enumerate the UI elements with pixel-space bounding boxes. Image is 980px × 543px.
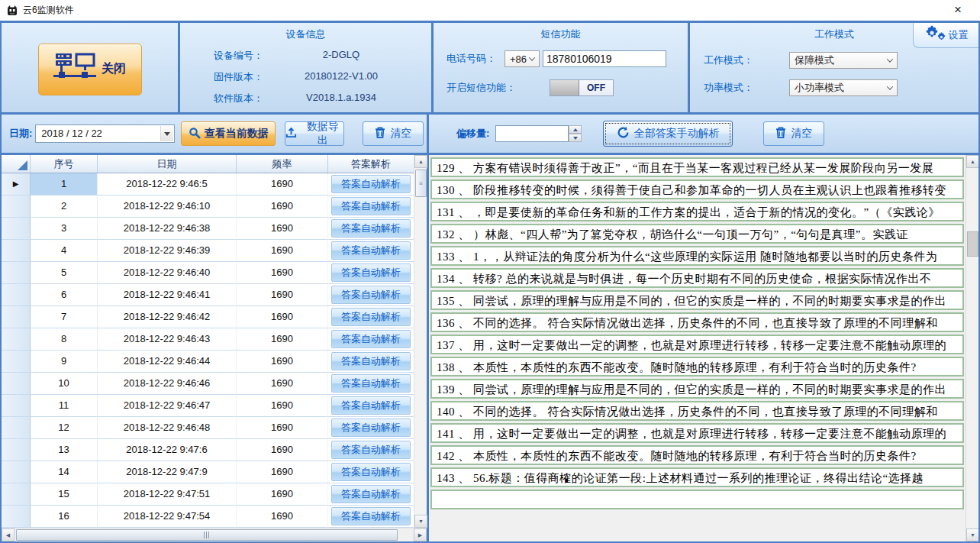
row-selector[interactable] [2, 240, 31, 262]
auto-parse-button[interactable]: 答案自动解析 [331, 175, 411, 193]
cell-freq[interactable]: 1690 [237, 351, 328, 373]
row-selector[interactable] [2, 506, 31, 528]
cell-freq[interactable]: 1690 [237, 306, 328, 328]
cell-date[interactable]: 2018-12-22 9:46:46 [98, 373, 237, 395]
close-icon[interactable]: × [954, 2, 962, 18]
spinner-up-button[interactable] [569, 125, 582, 134]
cell-seq[interactable]: 11 [31, 395, 98, 417]
spinner-down-button[interactable] [569, 134, 582, 142]
cell-date[interactable]: 2018-12-22 9:47:6 [98, 439, 237, 461]
cell-seq[interactable]: 13 [31, 439, 98, 461]
row-selector[interactable] [2, 395, 31, 417]
scrollbar-thumb[interactable] [967, 231, 978, 257]
country-code-select[interactable]: +86 [505, 50, 540, 67]
cell-seq[interactable]: 1 [31, 173, 98, 196]
date-dropdown-button[interactable] [160, 126, 173, 141]
cell-seq[interactable]: 7 [31, 306, 98, 328]
row-selector[interactable] [2, 284, 31, 306]
clear-table-button[interactable]: 清空 [363, 121, 424, 146]
scroll-down-icon[interactable]: ▼ [966, 528, 978, 541]
row-selector[interactable] [2, 328, 31, 351]
scroll-down-icon[interactable]: ▼ [414, 515, 427, 528]
row-selector[interactable] [2, 417, 31, 439]
cell-freq[interactable]: 1690 [237, 173, 328, 196]
cell-seq[interactable]: 8 [31, 328, 98, 351]
auto-parse-button[interactable]: 答案自动解析 [331, 219, 411, 238]
cell-seq[interactable]: 14 [31, 461, 98, 483]
cell-date[interactable]: 2018-12-22 9:46:44 [98, 351, 237, 373]
row-selector[interactable] [2, 262, 31, 284]
toggle-knob[interactable] [550, 80, 579, 95]
cell-seq[interactable]: 6 [31, 284, 98, 306]
cell-date[interactable]: 2018-12-22 9:46:38 [98, 218, 237, 240]
scroll-right-icon[interactable]: ▶ [414, 528, 427, 541]
header-parse[interactable]: 答案解析 [328, 155, 414, 173]
row-selector[interactable] [2, 306, 31, 328]
power-mode-select[interactable]: 小功率模式 [789, 79, 898, 96]
cell-date[interactable]: 2018-12-22 9:47:9 [98, 461, 237, 483]
cell-freq[interactable]: 1690 [237, 395, 328, 417]
title-bar[interactable]: 云6监测软件 × [0, 0, 980, 21]
view-current-data-button[interactable]: 查看当前数据 [181, 121, 276, 146]
work-mode-select[interactable]: 保障模式 [789, 52, 898, 69]
scrollbar-thumb[interactable]: ≡ [415, 170, 427, 197]
row-selector[interactable] [2, 373, 31, 395]
auto-parse-button[interactable]: 答案自动解析 [331, 441, 411, 459]
cell-freq[interactable]: 1690 [237, 483, 328, 506]
cell-freq[interactable]: 1690 [237, 506, 328, 528]
row-selector[interactable] [2, 351, 31, 373]
auto-parse-button[interactable]: 答案自动解析 [331, 308, 411, 326]
cell-date[interactable]: 2018-12-22 9:46:47 [98, 395, 237, 417]
header-seq[interactable]: 序号 [31, 155, 98, 173]
auto-parse-button[interactable]: 答案自动解析 [331, 396, 411, 415]
scroll-up-icon[interactable]: ▲ [414, 155, 427, 168]
cell-freq[interactable]: 1690 [237, 328, 328, 351]
sms-toggle[interactable]: OFF [550, 79, 614, 96]
parse-all-answers-button[interactable]: 全部答案手动解析 [603, 121, 733, 147]
cell-seq[interactable]: 4 [31, 240, 98, 262]
auto-parse-button[interactable]: 答案自动解析 [331, 352, 411, 370]
cell-date[interactable]: 2018-12-22 9:46:39 [98, 240, 237, 262]
offset-input[interactable] [495, 125, 569, 142]
cell-freq[interactable]: 1690 [237, 218, 328, 240]
row-selector[interactable] [2, 439, 31, 461]
cell-date[interactable]: 2018-12-22 9:47:51 [98, 483, 237, 506]
cell-seq[interactable]: 12 [31, 417, 98, 439]
phone-number-input[interactable] [543, 50, 666, 67]
header-freq[interactable]: 频率 [237, 155, 328, 173]
cell-date[interactable]: 2018-12-22 9:46:10 [98, 196, 237, 218]
auto-parse-button[interactable]: 答案自动解析 [331, 507, 411, 525]
cell-date[interactable]: 2018-12-22 9:47:54 [98, 506, 237, 528]
cell-seq[interactable]: 10 [31, 373, 98, 395]
auto-parse-button[interactable]: 答案自动解析 [331, 241, 411, 260]
table-horizontal-scrollbar[interactable]: ◀ ▶ [2, 528, 427, 541]
row-selector[interactable] [2, 461, 31, 483]
scroll-up-icon[interactable]: ▲ [966, 155, 978, 168]
auto-parse-button[interactable]: 答案自动解析 [331, 485, 411, 503]
row-selector[interactable]: ▶ [2, 173, 31, 196]
cell-seq[interactable]: 9 [31, 351, 98, 373]
settings-button[interactable]: 设置 [913, 23, 978, 48]
scrollbar-thumb[interactable] [16, 529, 398, 541]
auto-parse-button[interactable]: 答案自动解析 [331, 419, 411, 437]
cell-date[interactable]: 2018-12-22 9:46:48 [98, 417, 237, 439]
network-close-button[interactable]: 关闭 [38, 44, 142, 95]
cell-freq[interactable]: 1690 [237, 417, 328, 439]
row-selector[interactable] [2, 218, 31, 240]
cell-seq[interactable]: 16 [31, 506, 98, 528]
cell-seq[interactable]: 2 [31, 196, 98, 218]
cell-date[interactable]: 2018-12-22 9:46:42 [98, 306, 237, 328]
table-vertical-scrollbar[interactable]: ▲ ≡ ▼ [414, 155, 427, 528]
cell-freq[interactable]: 1690 [237, 240, 328, 262]
cell-seq[interactable]: 3 [31, 218, 98, 240]
cell-date[interactable]: 2018-12-22 9:46:43 [98, 328, 237, 351]
header-date[interactable]: 日期 [98, 155, 237, 173]
cell-freq[interactable]: 1690 [237, 439, 328, 461]
cell-date[interactable]: 2018-12-22 9:46:5 [98, 173, 237, 196]
auto-parse-button[interactable]: 答案自动解析 [331, 330, 411, 348]
select-all-corner[interactable] [2, 155, 31, 173]
row-selector[interactable] [2, 196, 31, 218]
auto-parse-button[interactable]: 答案自动解析 [331, 463, 411, 481]
row-selector[interactable] [2, 483, 31, 506]
auto-parse-button[interactable]: 答案自动解析 [331, 286, 411, 304]
